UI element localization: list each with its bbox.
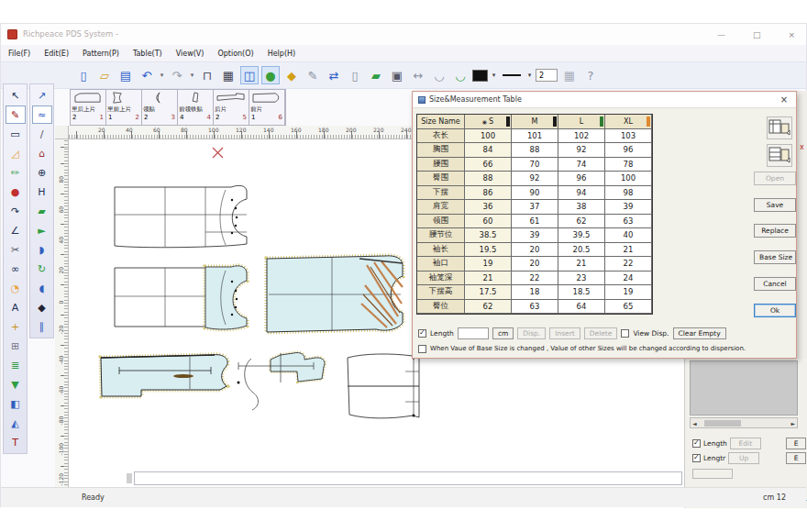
- size-value-cell[interactable]: 60: [465, 215, 512, 229]
- angle-tool[interactable]: ∠: [6, 221, 26, 239]
- pattern-piece-back-lower-draft[interactable]: [348, 354, 419, 418]
- color-dropdown-icon[interactable]: ▾: [491, 72, 497, 79]
- size-value-cell[interactable]: 19: [465, 257, 512, 272]
- size-value-cell[interactable]: 101: [512, 129, 558, 144]
- size-value-cell[interactable]: 22: [512, 272, 558, 286]
- size-value-cell[interactable]: 90: [512, 186, 558, 201]
- size-value-cell[interactable]: 86: [465, 186, 512, 201]
- size-value-cell[interactable]: 61: [512, 215, 558, 229]
- line-width-input[interactable]: [536, 69, 558, 82]
- frame-select-tool[interactable]: ▭: [6, 125, 26, 143]
- pieces-icon[interactable]: ▰: [367, 66, 385, 84]
- size-value-cell[interactable]: 20: [512, 243, 558, 258]
- save-button[interactable]: Save: [754, 198, 796, 212]
- open-file-icon[interactable]: ▱: [95, 66, 114, 84]
- send-pattern-icon[interactable]: ⇄: [325, 66, 343, 84]
- size-value-cell[interactable]: 88: [465, 172, 512, 186]
- size-value-cell[interactable]: 70: [512, 158, 558, 172]
- pleat-tool[interactable]: ∥: [32, 317, 52, 336]
- dialog-close-icon[interactable]: ×: [778, 94, 790, 105]
- size-value-cell[interactable]: 20: [512, 257, 558, 272]
- stitch-machine-icon[interactable]: ▣: [388, 66, 406, 84]
- pattern-piece-back-blue[interactable]: [267, 256, 403, 332]
- copy-grade-icon[interactable]: ▯: [346, 66, 364, 84]
- curve-u-icon[interactable]: ◡: [430, 66, 448, 84]
- size-value-cell[interactable]: 21: [605, 243, 652, 258]
- size-value-cell[interactable]: 23: [558, 272, 605, 286]
- compare-tool[interactable]: ∞: [6, 260, 26, 278]
- text-tool[interactable]: T: [6, 433, 26, 451]
- bottom-bar-handle[interactable]: [127, 473, 132, 483]
- work-window-icon[interactable]: ◫: [240, 66, 259, 84]
- move-piece-tool[interactable]: ↗: [32, 86, 52, 105]
- length-checkbox[interactable]: [418, 329, 426, 338]
- insert-button[interactable]: Insert: [549, 327, 580, 339]
- size-value-cell[interactable]: 36: [465, 200, 512, 215]
- scroll-thumb[interactable]: [704, 420, 741, 427]
- scroll-left-icon[interactable]: ◄: [692, 420, 697, 427]
- size-value-cell[interactable]: 17.5: [465, 285, 512, 300]
- undo-icon[interactable]: ↶: [138, 66, 156, 84]
- pen-tool[interactable]: ✎: [6, 105, 26, 124]
- disabled-button[interactable]: [692, 469, 733, 479]
- menu-view[interactable]: View(V): [176, 50, 205, 58]
- size-value-cell[interactable]: 38: [558, 200, 605, 215]
- size-value-cell[interactable]: 64: [558, 300, 605, 315]
- base-size-button[interactable]: Base Size: [754, 250, 796, 264]
- size-value-cell[interactable]: 37: [512, 200, 558, 215]
- dark-piece-tool[interactable]: ◆: [32, 298, 52, 316]
- panel-close-icon[interactable]: x: [800, 143, 804, 151]
- size-value-cell[interactable]: 78: [605, 158, 652, 172]
- pattern-piece-hem-strip[interactable]: [101, 355, 227, 396]
- maximize-button[interactable]: □: [753, 30, 761, 39]
- open-button[interactable]: Open: [754, 172, 796, 185]
- pattern-piece-tab-6[interactable]: 前片16: [249, 90, 285, 125]
- size-value-cell[interactable]: 74: [558, 158, 605, 172]
- iron-tool[interactable]: ⌂: [32, 144, 52, 162]
- panel-e-button[interactable]: E: [786, 452, 806, 464]
- size-value-cell[interactable]: 21: [558, 257, 605, 272]
- redo-dropdown-icon[interactable]: ▾: [189, 72, 195, 79]
- menu-table[interactable]: Table(T): [133, 50, 162, 58]
- close-button[interactable]: ×: [788, 30, 795, 39]
- size-header-xl[interactable]: XL: [605, 115, 652, 129]
- menu-pattern[interactable]: Pattern(P): [83, 50, 119, 58]
- point-tool[interactable]: ●: [6, 183, 26, 201]
- line-color-swatch[interactable]: [472, 70, 488, 82]
- bottom-input-bar[interactable]: [134, 471, 682, 485]
- grid-block-tool[interactable]: ⊞: [6, 337, 26, 355]
- seal-icon[interactable]: ◆: [282, 66, 301, 84]
- panel-up-button[interactable]: Up: [728, 452, 759, 464]
- french-curve-tool[interactable]: ↷: [6, 202, 26, 220]
- grid-table-icon[interactable]: ▦: [219, 66, 238, 84]
- pattern-piece-back-draft[interactable]: [115, 185, 247, 247]
- minimize-button[interactable]: —: [717, 30, 725, 39]
- wave-tool[interactable]: ≈: [32, 105, 52, 124]
- protractor-tool[interactable]: ◔: [6, 279, 26, 297]
- ok-button[interactable]: Ok: [754, 304, 796, 317]
- vest-tool[interactable]: ▼: [6, 375, 26, 393]
- size-value-cell[interactable]: 92: [558, 143, 605, 158]
- panel-e-button[interactable]: E: [786, 438, 806, 449]
- size-value-cell[interactable]: 63: [605, 215, 652, 229]
- size-value-cell[interactable]: 24: [605, 272, 652, 286]
- size-value-cell[interactable]: 92: [512, 172, 558, 186]
- dispersion-checkbox[interactable]: [418, 345, 426, 353]
- panel-checkbox[interactable]: [692, 439, 701, 448]
- menu-help[interactable]: Help(H): [268, 50, 296, 58]
- size-value-cell[interactable]: 18: [512, 285, 558, 300]
- size-value-cell[interactable]: 88: [512, 143, 558, 158]
- flag-piece-tool[interactable]: ►: [32, 221, 52, 239]
- line-style-sample[interactable]: [503, 74, 521, 76]
- size-value-cell[interactable]: 96: [605, 143, 652, 158]
- clear-empty-button[interactable]: Clear Empty: [673, 327, 726, 339]
- delete-button[interactable]: Delete: [584, 327, 618, 339]
- size-value-cell[interactable]: 39: [605, 200, 652, 215]
- green-piece-tool[interactable]: ▰: [32, 202, 52, 220]
- length-value-input[interactable]: [458, 327, 489, 339]
- size-value-cell[interactable]: 102: [558, 129, 605, 144]
- menu-file[interactable]: File(F): [8, 50, 30, 58]
- size-header-l[interactable]: L: [558, 115, 605, 129]
- size-value-cell[interactable]: 21: [465, 272, 512, 286]
- pattern-piece-collar-small[interactable]: [238, 352, 325, 410]
